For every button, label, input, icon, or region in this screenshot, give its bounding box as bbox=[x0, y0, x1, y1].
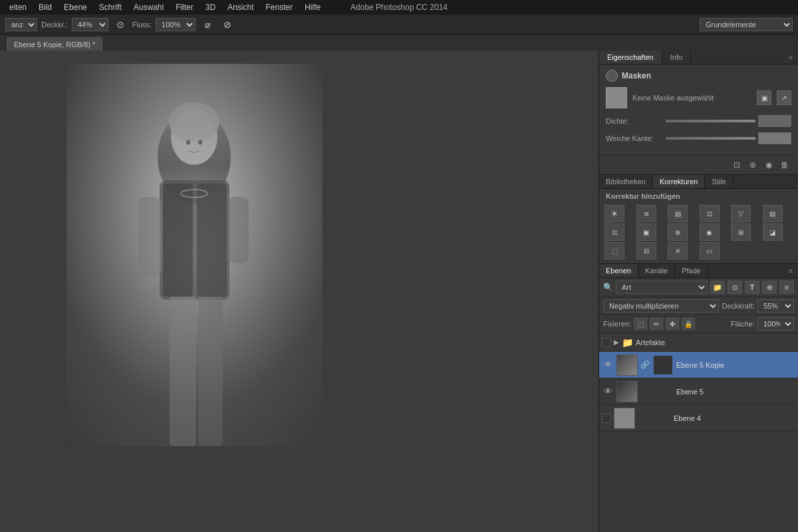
corr-btn-exposure[interactable]: ⊡ bbox=[700, 205, 720, 222]
mask-preview-row: Keine Maske ausgewählt ▣ ↗ bbox=[606, 87, 791, 108]
pen-pressure-icon[interactable]: ⊘ bbox=[219, 17, 235, 33]
corr-btn-vibrance[interactable]: ▽ bbox=[731, 205, 751, 222]
workspace-select[interactable]: Grundelemente bbox=[700, 18, 793, 31]
group-arrow-icon: ▶ bbox=[614, 338, 619, 346]
menu-item-fenster[interactable]: Fenster bbox=[261, 1, 299, 13]
airbrush-icon[interactable]: ⌀ bbox=[200, 17, 215, 33]
corr-btn-threshold[interactable]: ⬚ bbox=[604, 242, 624, 259]
tab-pfade[interactable]: Pfade bbox=[675, 264, 708, 277]
canvas-area bbox=[0, 51, 598, 532]
menu-item-3d[interactable]: 3D bbox=[200, 1, 221, 13]
lock-position-btn[interactable]: ✤ bbox=[666, 318, 679, 330]
layers-panel-close[interactable]: ≡ bbox=[783, 265, 798, 277]
corr-btn-curves[interactable]: ≋ bbox=[636, 205, 656, 222]
layer-name-ebene5kopie: Ebene 5 Kopie bbox=[676, 361, 795, 369]
canvas-container bbox=[66, 64, 323, 446]
layer-visibility-ebene5kopie[interactable]: 👁 bbox=[602, 359, 614, 371]
menu-item-bild[interactable]: Bild bbox=[33, 1, 57, 13]
main-area: Eigenschaften Info ≡ Masken Keine Maske … bbox=[0, 51, 798, 532]
density-value[interactable] bbox=[758, 115, 791, 127]
layer-visibility-ebene5[interactable]: 👁 bbox=[602, 386, 614, 398]
lock-paint-btn[interactable]: ✏ bbox=[650, 318, 663, 330]
layer-group-artefakte[interactable]: ▶ 📁 Artefakte bbox=[599, 333, 798, 352]
photo-background bbox=[66, 64, 323, 446]
layer-mask-btn[interactable]: ⊙ bbox=[728, 281, 742, 294]
menu-item-ansicht[interactable]: Ansicht bbox=[222, 1, 259, 13]
corrections-title: Korrektur hinzufügen bbox=[599, 189, 798, 203]
corr-btn-brightness[interactable]: ☀ bbox=[604, 205, 624, 222]
tab-korrekturen[interactable]: Korrekturen bbox=[653, 175, 705, 188]
mask-action-btn-1[interactable]: ▣ bbox=[757, 90, 771, 105]
folder-icon: 📁 bbox=[622, 337, 633, 348]
no-mask-label: Keine Maske ausgewählt bbox=[632, 94, 751, 102]
doc-tab-label: Ebene 5 Kopie, RGB/8) * bbox=[14, 41, 95, 49]
menu-item-filter[interactable]: Filter bbox=[170, 1, 199, 13]
layers-panel: Ebenen Kanäle Pfade ≡ 🔍 Art 📁 ⊙ T ⊕ ≡ Ne… bbox=[599, 264, 798, 532]
layer-item-ebene4[interactable]: Ebene 4 bbox=[599, 405, 798, 432]
lock-all-btn[interactable]: 🔒 bbox=[682, 318, 695, 330]
fill-select[interactable]: 100% bbox=[757, 317, 794, 331]
tab-kanaele[interactable]: Kanäle bbox=[638, 264, 675, 277]
mask-icon-btn-3[interactable]: ◉ bbox=[762, 158, 775, 172]
layer-more-btn[interactable]: ≡ bbox=[779, 281, 794, 294]
layer-thumb-ebene5 bbox=[616, 381, 638, 402]
lock-transparent-btn[interactable]: ⬚ bbox=[634, 318, 647, 330]
opacity-select[interactable]: 44% bbox=[72, 18, 108, 31]
mask-icon-btn-2[interactable]: ⊛ bbox=[746, 158, 759, 172]
layer-adjust-btn[interactable]: ⊕ bbox=[762, 281, 777, 294]
mask-action-btn-2[interactable]: ↗ bbox=[777, 90, 791, 105]
layer-item-ebene5[interactable]: 👁 Ebene 5 bbox=[599, 378, 798, 405]
density-slider[interactable] bbox=[666, 120, 755, 122]
mask-icon-btn-4[interactable]: 🗑 bbox=[778, 158, 791, 172]
corr-btn-posterize[interactable]: ⊟ bbox=[636, 242, 656, 259]
menu-item-beiten[interactable]: eiten bbox=[4, 1, 32, 13]
menu-item-ebene[interactable]: Ebene bbox=[59, 1, 92, 13]
new-group-btn[interactable]: 📁 bbox=[710, 281, 725, 294]
layer-text-btn[interactable]: T bbox=[745, 281, 759, 294]
corrections-panel: Bibliotheken Korrekturen Stile Korrektur… bbox=[599, 175, 798, 264]
menu-item-auswahl[interactable]: Auswahl bbox=[128, 1, 169, 13]
blend-mode-select[interactable]: anz bbox=[5, 18, 37, 31]
properties-panel-close[interactable]: ≡ bbox=[783, 51, 798, 64]
corr-btn-gradient[interactable]: ⊞ bbox=[731, 223, 751, 241]
layer-spacer-ebene4 bbox=[650, 408, 671, 429]
corr-btn-solid[interactable]: ▭ bbox=[700, 242, 720, 259]
tab-stile[interactable]: Stile bbox=[705, 175, 733, 188]
mask-icon-btn-1[interactable]: ⊡ bbox=[730, 158, 743, 172]
tab-ebenen[interactable]: Ebenen bbox=[599, 264, 638, 277]
corr-btn-levels[interactable]: ▤ bbox=[668, 205, 688, 222]
tab-bibliotheken[interactable]: Bibliotheken bbox=[599, 175, 653, 188]
softedge-value[interactable] bbox=[758, 132, 791, 144]
corrections-tab-bar: Bibliotheken Korrekturen Stile bbox=[599, 175, 798, 189]
app-title: Adobe Photoshop CC 2014 bbox=[350, 3, 448, 12]
layer-visibility-ebene4[interactable] bbox=[602, 414, 611, 423]
group-visibility-checkbox[interactable] bbox=[602, 338, 611, 347]
layer-mask-ebene5kopie[interactable] bbox=[652, 354, 674, 376]
corr-btn-invert[interactable]: ✕ bbox=[668, 242, 688, 259]
flow-select[interactable]: 100% bbox=[156, 18, 196, 31]
toolbar: anz Deckkr.: 44% ⊙ Fluss: 100% ⌀ ⊘ Grund… bbox=[0, 15, 798, 35]
doc-tab[interactable]: Ebene 5 Kopie, RGB/8) * bbox=[7, 37, 102, 51]
layer-opacity-select[interactable]: 55% bbox=[757, 299, 794, 313]
brush-icon[interactable]: ⊙ bbox=[112, 17, 128, 33]
properties-panel: Eigenschaften Info ≡ Masken Keine Maske … bbox=[599, 51, 798, 175]
workspace-container: Grundelemente bbox=[700, 18, 793, 31]
layers-type-select[interactable]: Art bbox=[616, 281, 708, 294]
layer-chain-ebene5kopie: 🔗 bbox=[640, 360, 650, 369]
canvas-image[interactable] bbox=[66, 64, 323, 446]
tab-info[interactable]: Info bbox=[662, 51, 691, 64]
corr-btn-bw[interactable]: ▣ bbox=[636, 223, 656, 241]
fill-label: Fläche: bbox=[731, 320, 755, 328]
softedge-slider[interactable] bbox=[666, 137, 755, 140]
corr-btn-balance[interactable]: ⚖ bbox=[604, 223, 624, 241]
layers-list: ▶ 📁 Artefakte 👁 🔗 Ebene 5 Kopie 👁 bbox=[599, 333, 798, 532]
corr-btn-selective[interactable]: ◪ bbox=[763, 223, 783, 241]
corr-btn-channel[interactable]: ◉ bbox=[700, 223, 720, 241]
corr-btn-photo[interactable]: ⊕ bbox=[668, 223, 688, 241]
blend-mode-select[interactable]: Negativ multiplizieren bbox=[603, 299, 719, 313]
corr-btn-hue[interactable]: ▤ bbox=[763, 205, 783, 222]
layer-item-ebene5kopie[interactable]: 👁 🔗 Ebene 5 Kopie bbox=[599, 352, 798, 378]
menu-item-hilfe[interactable]: Hilfe bbox=[299, 1, 326, 13]
menu-item-schrift[interactable]: Schrift bbox=[94, 1, 127, 13]
tab-eigenschaften[interactable]: Eigenschaften bbox=[599, 51, 662, 64]
